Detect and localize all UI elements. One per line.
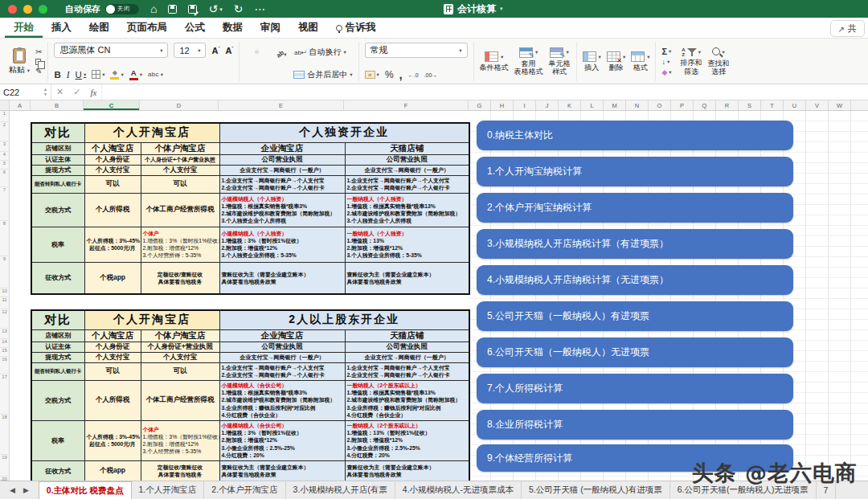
table-cell[interactable]: 个人所得税	[84, 193, 141, 227]
paste-button[interactable]: 粘贴 ▾	[9, 48, 30, 76]
close-window-button[interactable]	[8, 5, 17, 14]
menu-tab-0[interactable]: 开始	[5, 18, 43, 38]
nav-button-2[interactable]: 2.个体户开淘宝纳税计算	[477, 193, 793, 223]
comma-format-button[interactable]	[399, 72, 403, 77]
table-corner-cell[interactable]: 对比	[31, 310, 84, 329]
table-cell[interactable]: 一般纳税人（2个股东或以上）1.增值税：根据真实销售额*税率13%2.城市建设维…	[345, 380, 469, 420]
column-header-Q[interactable]: Q	[694, 100, 716, 110]
row-label-cell[interactable]: 征收方式	[31, 460, 84, 481]
row-header-3[interactable]: 3	[0, 141, 9, 152]
sheet-tab-4[interactable]: 4.小规模纳税人-无进项票成本	[395, 481, 522, 499]
column-header-L[interactable]: L	[581, 100, 604, 110]
orientation-button[interactable]: ab▾	[274, 43, 289, 61]
table-cell[interactable]: 查账征收为主（需要企业建立账本）具体要看当地税务政策	[219, 460, 345, 481]
menu-tab-3[interactable]: 页面布局	[118, 18, 176, 38]
align-top-button[interactable]	[245, 50, 249, 54]
cancel-entry-icon[interactable]	[56, 87, 63, 97]
minimize-window-button[interactable]	[23, 5, 32, 14]
save-icon[interactable]	[168, 5, 177, 14]
row-header-9[interactable]: 9	[0, 256, 9, 288]
column-header-D[interactable]: D	[140, 100, 219, 110]
table-cell[interactable]: 可以	[84, 362, 141, 380]
table-cell[interactable]: 一般纳税人（个人独资）1.增值税：13%2.附加税：增值税*12%3.个人独资企…	[345, 227, 469, 262]
column-header-E[interactable]: E	[219, 100, 344, 110]
column-header-H[interactable]: H	[491, 100, 514, 110]
clear-button[interactable]: ▾	[661, 67, 671, 77]
increase-decimal-button[interactable]: ←.0	[408, 72, 419, 78]
table-cell[interactable]: 企业支付宝→网商银行（一般户）	[219, 352, 345, 362]
table-cell[interactable]: 个体工商户经营所得税	[141, 193, 219, 227]
row-header-17[interactable]: 17	[0, 374, 9, 415]
underline-button[interactable]: U▾	[76, 70, 87, 80]
menu-tab-8[interactable]: 告诉我	[327, 18, 385, 38]
table-cell[interactable]: 个人支付宝	[84, 352, 141, 362]
row-header-14[interactable]: 14	[0, 339, 9, 348]
sheet-tab-0[interactable]: 0.主体对比 税费盘点	[39, 481, 132, 499]
table-cell[interactable]: 小规模纳税人（个人独资）1.增值税：根据真实销售额*税率3%2.城市建设维护税和…	[219, 193, 345, 227]
row-label-cell[interactable]: 税率	[31, 227, 84, 262]
table-cell[interactable]: 1.企业支付宝→网商银行账户→个人支付宝2.企业支付宝→网商银行账户→个人银行卡	[219, 362, 345, 380]
menu-tab-1[interactable]: 插入	[43, 18, 80, 38]
table-corner-cell[interactable]: 对比	[31, 123, 84, 142]
autosave-toggle[interactable]: 关闭	[105, 4, 139, 14]
nav-button-0[interactable]: 0.纳税主体对比	[477, 121, 793, 150]
column-header-V[interactable]: V	[806, 100, 829, 110]
sheet-tab-5[interactable]: 5.公司开天猫 (一般纳税人)有进项票	[522, 481, 670, 499]
column-header-G[interactable]: G	[469, 100, 491, 110]
column-header-A[interactable]: A	[10, 100, 31, 110]
group-header-left[interactable]: 个人开淘宝店	[84, 123, 219, 142]
column-header-K[interactable]: K	[559, 100, 581, 110]
table-cell[interactable]: 查账征收为主（需要企业建立账本）具体要看当地税务政策	[345, 460, 469, 481]
name-box-stepper[interactable]: ▲▼	[43, 88, 47, 96]
nav-button-7[interactable]: 7.个人所得税计算	[477, 374, 793, 403]
table-cell[interactable]: 个税app	[84, 460, 141, 481]
sort-filter-button[interactable]: AZ▾ 排序和 筛选	[681, 47, 702, 76]
cell-styles-button[interactable]: ▾ 单元格 样式	[549, 47, 571, 76]
row-header-5[interactable]: 5	[0, 161, 9, 170]
formula-input[interactable]	[101, 84, 868, 100]
table-cell[interactable]: 小规模纳税人（个人独资）1.增值税：3%（暂时按1%征收）2.附加税：增值税*1…	[219, 227, 345, 262]
table-cell[interactable]: 企业支付宝→网商银行（一般户）	[345, 165, 469, 175]
table-cell[interactable]: 一般纳税人（2个股东或以上）1.增值税：13%（暂时按1%征收）2.附加税：增值…	[345, 420, 469, 460]
row-label-cell[interactable]: 能否转到私人银行卡	[31, 362, 84, 380]
delete-cells-button[interactable]: ▾ 删除	[607, 51, 625, 72]
table-cell[interactable]: 个体户1.增值税：3%（暂时按1%征收）2.附加税：增值税*12%3.个人经营所…	[141, 227, 219, 262]
row-label-cell[interactable]: 认证主体	[31, 154, 84, 165]
table-cell[interactable]: 1.企业支付宝→网商银行账户→个人支付宝2.企业支付宝→网商银行账户→个人银行卡	[219, 175, 345, 193]
table-cell[interactable]: 个人所得税：3%-45%起征点：5000元/月	[84, 227, 141, 262]
menu-tab-5[interactable]: 数据	[214, 18, 252, 38]
column-header-cell[interactable]: 天猫店铺	[345, 329, 469, 342]
column-header-C[interactable]: C	[84, 100, 140, 110]
table-cell[interactable]: 定额征收/查账征收具体要看当地税务	[141, 262, 219, 294]
row-label-cell[interactable]: 店铺区别	[31, 142, 84, 154]
fill-color-button[interactable]: ▾	[110, 69, 123, 80]
phonetic-button[interactable]: abc▾	[148, 71, 163, 78]
table-cell[interactable]: 个体户1.增值税：3%（暂时按1%征收）2.附加税：增值税*12%3.个人经营所…	[141, 420, 219, 460]
undo-icon[interactable]	[208, 3, 222, 14]
group-header-right[interactable]: 个人独资开企业	[219, 123, 469, 142]
column-header-I[interactable]: I	[514, 100, 536, 110]
table-cell[interactable]: 个人身份证	[84, 342, 141, 352]
menu-tab-6[interactable]: 审阅	[252, 18, 289, 38]
format-as-table-button[interactable]: ▾ 套用 表格格式	[514, 47, 543, 76]
column-header-J[interactable]: J	[536, 100, 559, 110]
name-box[interactable]: C22 ▲▼	[0, 84, 51, 100]
table-cell[interactable]: 个人所得税：3%-45%起征点：5000元/月	[84, 420, 141, 460]
spreadsheet-grid[interactable]: 1234567891011121314151617181920 对比个人开淘宝店…	[0, 111, 868, 481]
column-header-B[interactable]: B	[31, 100, 84, 110]
fill-button[interactable]: ▾	[661, 57, 671, 67]
column-header-cell[interactable]: 个人淘宝店	[84, 142, 141, 154]
decrease-indent-button[interactable]	[274, 73, 278, 77]
table-cell[interactable]: 个人支付宝	[84, 165, 141, 175]
nav-button-5[interactable]: 5.公司开天猫（一般纳税人）有进项票	[477, 301, 793, 331]
cut-icon[interactable]: ✂	[35, 48, 42, 56]
row-label-cell[interactable]: 税率	[31, 420, 84, 460]
row-label-cell[interactable]: 交税方式	[31, 193, 84, 227]
document-title[interactable]: 会计核算	[444, 0, 503, 18]
table-cell[interactable]: 公司营业执照	[345, 154, 469, 165]
menu-tab-2[interactable]: 绘图	[80, 18, 118, 38]
align-middle-button[interactable]	[255, 50, 259, 54]
table-cell[interactable]: 可以	[141, 175, 219, 193]
decrease-font-icon[interactable]: Aˇ	[225, 46, 233, 55]
row-label-cell[interactable]: 店铺区别	[31, 329, 84, 342]
